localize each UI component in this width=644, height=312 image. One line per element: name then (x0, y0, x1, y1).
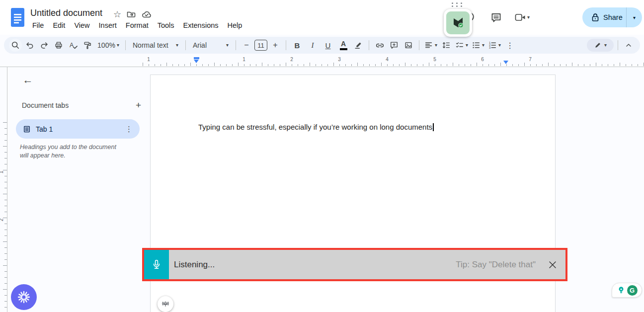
microphone-active-button[interactable] (144, 250, 169, 279)
assistant-fab-button[interactable] (11, 284, 37, 310)
line-spacing-button[interactable] (440, 39, 453, 52)
first-line-indent-marker[interactable] (194, 57, 199, 59)
document-tabs-heading: Document tabs (22, 101, 69, 109)
ruler-number: 7 (529, 57, 532, 62)
toolbar-divider (236, 40, 236, 50)
close-listening-button[interactable] (547, 259, 559, 271)
menu-file[interactable]: File (28, 20, 48, 31)
text-color-icon: A (337, 40, 349, 50)
zoom-select[interactable]: 100% ▾ (95, 39, 121, 52)
document-text[interactable]: Typing can be stressful, especially if y… (198, 123, 434, 131)
comments-button[interactable] (487, 8, 505, 26)
microphone-waves-icon (161, 299, 170, 309)
more-options-button[interactable]: ⋮ (503, 39, 516, 52)
caret-down-icon[interactable]: ▾ (527, 15, 530, 20)
menu-insert[interactable]: Insert (94, 20, 121, 31)
paint-format-button[interactable] (81, 39, 94, 52)
close-sidebar-button[interactable]: ← (20, 72, 36, 88)
underline-icon: U (322, 41, 334, 50)
link-icon (375, 41, 385, 50)
caret-down-icon: ▾ (482, 43, 484, 48)
italic-button[interactable]: I (306, 39, 320, 52)
extension-drag-handle-icon[interactable] (452, 2, 464, 7)
ruler-number: 2 (0, 219, 4, 222)
extension-logo-tile (446, 11, 470, 34)
share-dropdown-button[interactable]: ▾ (627, 14, 642, 20)
align-left-icon (424, 41, 433, 50)
menu-edit[interactable]: Edit (48, 20, 70, 31)
bold-button[interactable]: B (290, 39, 304, 52)
menu-tools[interactable]: Tools (153, 20, 179, 31)
toolbar-divider (369, 40, 369, 50)
editing-mode-button[interactable]: ▾ (587, 39, 614, 52)
spell-check-button[interactable]: A (67, 39, 80, 52)
right-indent-marker[interactable] (503, 61, 508, 64)
paragraph-style-select[interactable]: Normal text ▾ (130, 39, 181, 52)
decrease-font-size-button[interactable]: − (240, 39, 253, 52)
text-color-button[interactable]: A (336, 39, 350, 52)
underline-button[interactable]: U (321, 39, 335, 52)
toolbar-divider (125, 40, 126, 50)
add-tab-button[interactable]: + (136, 100, 141, 111)
menu-view[interactable]: View (70, 20, 94, 31)
font-size-input[interactable]: 11 (254, 40, 267, 51)
checklist-icon (455, 41, 464, 50)
zoom-value: 100% (97, 41, 115, 49)
caret-down-icon: ▾ (466, 43, 468, 48)
text-cursor (433, 123, 434, 131)
font-select[interactable]: Arial ▾ (190, 39, 232, 52)
numbered-list-button[interactable]: 1 2 3 ▾ (487, 39, 502, 52)
ruler-number: 1 (147, 57, 150, 62)
print-icon (54, 41, 63, 50)
hide-menus-button[interactable] (622, 39, 635, 52)
redo-button[interactable] (38, 39, 51, 52)
caret-down-icon: ▾ (226, 43, 229, 48)
tab-options-button[interactable]: ⋮ (125, 125, 133, 134)
menu-help[interactable]: Help (223, 20, 247, 31)
back-arrow-icon: ← (23, 74, 33, 86)
align-button[interactable]: ▾ (423, 39, 438, 52)
image-icon (404, 41, 413, 50)
menu-format[interactable]: Format (121, 20, 153, 31)
grammarly-logo-icon: G (627, 285, 638, 296)
document-title[interactable]: Untitled document (30, 8, 102, 18)
bulleted-list-button[interactable]: ▾ (471, 39, 485, 52)
highlight-color-button[interactable] (352, 39, 365, 52)
add-comment-icon (390, 41, 399, 50)
left-indent-marker[interactable] (194, 57, 199, 63)
numbered-list-icon: 1 2 3 (488, 41, 497, 50)
extension-widget[interactable] (444, 9, 472, 37)
undo-button[interactable] (23, 39, 36, 52)
google-docs-logo-icon[interactable] (11, 8, 24, 27)
listening-status-text: Listening... (174, 260, 456, 270)
search-icon (11, 41, 20, 50)
toolbar-divider (419, 40, 419, 50)
tab-item-tab1[interactable]: Tab 1 ⋮ (16, 119, 140, 139)
add-comment-button[interactable] (388, 39, 401, 52)
share-button[interactable]: Share ▾ (582, 7, 642, 27)
meet-call-button[interactable]: ▾ (514, 12, 530, 23)
checklist-button[interactable]: ▾ (454, 39, 469, 52)
tab-document-icon (23, 125, 31, 133)
caret-down-icon: ▾ (498, 43, 501, 48)
move-folder-icon[interactable] (126, 9, 136, 19)
tab-label: Tab 1 (36, 125, 120, 133)
chevron-up-icon (625, 41, 633, 49)
cloud-saved-icon[interactable] (141, 9, 152, 19)
spellcheck-icon: A (69, 41, 78, 50)
close-icon (548, 260, 558, 270)
voice-typing-widget-button[interactable] (158, 296, 173, 312)
lock-icon (591, 13, 599, 22)
search-menus-button[interactable] (9, 39, 22, 52)
grammarly-widget[interactable]: G (612, 283, 642, 298)
menu-extensions[interactable]: Extensions (179, 20, 223, 31)
increase-font-size-button[interactable]: + (269, 39, 282, 52)
insert-link-button[interactable] (373, 39, 386, 52)
starburst-icon (17, 291, 30, 304)
print-button[interactable] (52, 39, 65, 52)
star-icon[interactable]: ☆ (113, 9, 121, 20)
voice-typing-listening-bar: Listening... Tip: Say "Delete that" (142, 248, 567, 281)
more-vertical-icon: ⋮ (506, 41, 514, 50)
insert-image-button[interactable] (402, 39, 415, 52)
horizontal-ruler[interactable]: 11234567 (0, 56, 644, 67)
